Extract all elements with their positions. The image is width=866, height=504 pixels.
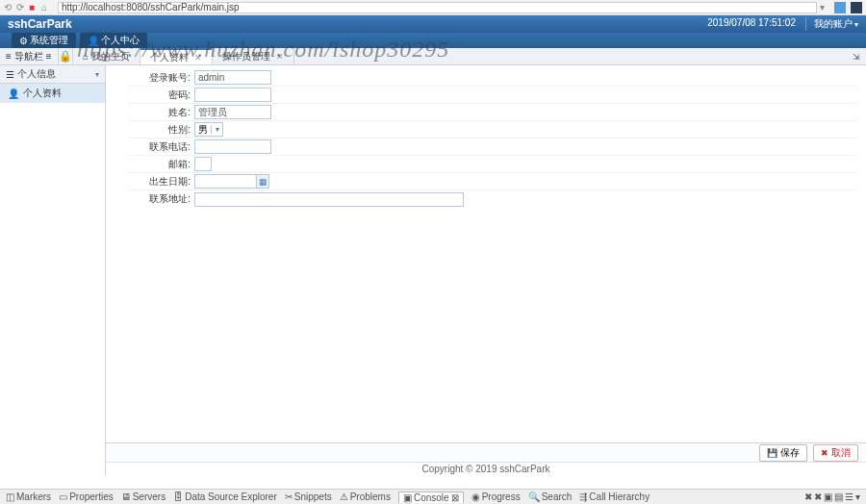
close-icon[interactable]: ✕ (194, 53, 202, 63)
home-icon[interactable]: ⌂ (41, 3, 51, 13)
label-email: 邮箱: (129, 158, 194, 171)
header-time: 2019/07/08 17:51:02 (707, 17, 796, 31)
sidebar-item-label: 个人资料 (23, 87, 62, 100)
ide-icon[interactable]: ☰ (845, 491, 853, 502)
ide-tab-markers[interactable]: ◫ Markers (6, 491, 51, 502)
sidebar-item-profile[interactable]: 👤 个人资料 (0, 84, 105, 103)
chevron-down-icon: ▾ (95, 70, 99, 79)
label-sex: 性别: (129, 123, 194, 137)
sidebar-header-label: 个人信息 (17, 67, 56, 81)
menu-system-label: 系统管理 (30, 34, 68, 47)
footer-text: Copyright © 2019 sshCarPark (106, 462, 866, 475)
ide-tab-console[interactable]: ▣ Console ⊠ (398, 491, 464, 503)
dropdown-icon[interactable]: ▾ (820, 3, 829, 13)
birth-input[interactable] (194, 174, 256, 189)
tool-icon-1[interactable] (834, 2, 846, 13)
tab-home[interactable]: ⌂ 我的主页 (73, 48, 140, 64)
ide-tab-progress[interactable]: ◉ Progress (471, 491, 521, 502)
menu-personal-label: 个人中心 (101, 34, 140, 47)
cancel-icon: ✖ (821, 448, 828, 458)
calendar-icon[interactable]: ▦ (256, 174, 269, 189)
close-icon[interactable]: ✕ (276, 52, 284, 62)
expand-icon[interactable]: ⇲ (847, 52, 866, 62)
tab-profile[interactable]: 个人资料 ✕ (140, 48, 213, 64)
cancel-button-label: 取消 (831, 446, 851, 460)
tab-profile-label: 个人资料 (150, 51, 189, 64)
email-input[interactable] (194, 157, 212, 171)
tab-operator-label: 操作员管理 (222, 50, 270, 63)
save-button[interactable]: 💾 保存 (759, 444, 807, 462)
tool-icon-2[interactable] (851, 2, 862, 13)
label-birth: 出生日期: (129, 175, 194, 189)
ide-tab-ch[interactable]: ⇶ Call Hierarchy (579, 491, 650, 502)
login-input[interactable] (194, 70, 271, 85)
label-pwd: 密码: (129, 88, 194, 102)
label-addr: 联系地址: (129, 192, 194, 206)
save-icon: 💾 (767, 448, 777, 458)
ide-icon[interactable]: ▤ (834, 491, 843, 502)
forward-icon[interactable]: ⟳ (16, 3, 26, 13)
nav-label: ≡ 导航栏 ≡ (0, 50, 58, 63)
app-title: sshCarPark (8, 17, 72, 31)
password-input[interactable] (194, 88, 271, 102)
tab-home-label: 我的主页 (91, 50, 130, 63)
gear-icon: ⚙ (19, 36, 28, 46)
label-name: 姓名: (129, 106, 194, 119)
ide-tab-servers[interactable]: 🖥 Servers (121, 491, 166, 502)
sex-value: 男 (195, 123, 211, 137)
chevron-down-icon: ▾ (211, 125, 222, 134)
url-bar[interactable]: http://localhost:8080/sshCarPark/main.js… (58, 2, 817, 13)
ide-icon[interactable]: ✖ (804, 491, 812, 502)
ide-tab-search[interactable]: 🔍 Search (528, 491, 573, 502)
ide-tab-snippets[interactable]: ✂ Snippets (285, 491, 332, 502)
user-icon: 👤 (88, 36, 99, 46)
sex-select[interactable]: 男 ▾ (194, 122, 223, 137)
user-icon: 👤 (8, 88, 19, 99)
tab-operator[interactable]: 操作员管理 ✕ (213, 48, 294, 64)
menu-personal[interactable]: 👤 个人中心 (80, 33, 147, 48)
save-button-label: 保存 (780, 446, 800, 460)
list-icon: ☰ (6, 69, 14, 80)
ide-tab-problems[interactable]: ⚠ Problems (340, 491, 391, 502)
account-label: 我的账户 (814, 17, 853, 31)
ide-icon[interactable]: ✖ (814, 491, 822, 502)
menu-icon-2: ≡ (46, 51, 52, 62)
ide-icon[interactable]: ▣ (824, 491, 832, 502)
ide-icon[interactable]: ▾ (855, 491, 860, 502)
menu-system[interactable]: ⚙ 系统管理 (12, 33, 76, 48)
home-icon: ⌂ (83, 51, 89, 62)
account-menu[interactable]: 我的账户 ▾ (805, 17, 858, 31)
cancel-button[interactable]: ✖ 取消 (813, 444, 858, 462)
label-phone: 联系电话: (129, 140, 194, 154)
phone-input[interactable] (194, 139, 271, 154)
chevron-down-icon: ▾ (854, 20, 858, 29)
stop-icon[interactable]: ■ (29, 3, 38, 13)
menu-icon: ≡ (6, 51, 12, 62)
ide-tab-properties[interactable]: ▭ Properties (59, 491, 114, 502)
lock-icon[interactable]: 🔒 (58, 48, 73, 64)
sidebar-header[interactable]: ☰ 个人信息 ▾ (0, 65, 105, 84)
name-input[interactable] (194, 105, 271, 119)
ide-tab-dse[interactable]: 🗄 Data Source Explorer (173, 491, 277, 502)
address-input[interactable] (194, 192, 464, 207)
back-icon[interactable]: ⟲ (4, 3, 13, 13)
label-login: 登录账号: (129, 71, 194, 85)
